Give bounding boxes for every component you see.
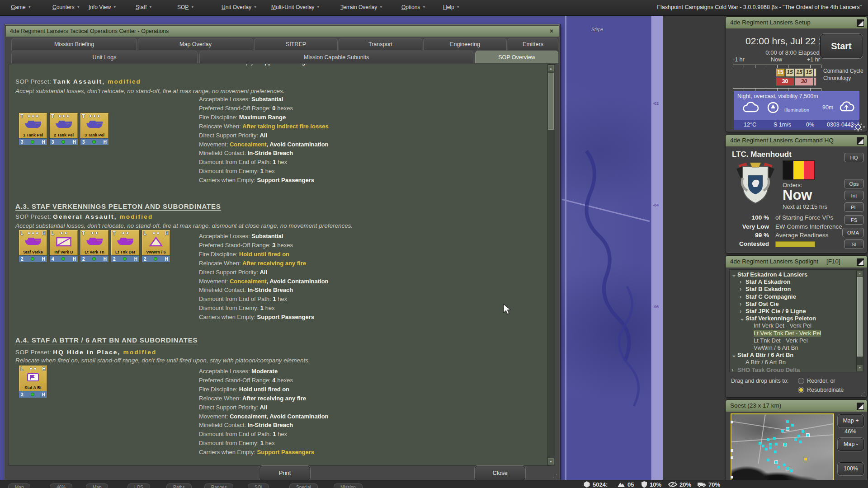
menu-game[interactable]: Game▼ [11,4,31,10]
hq-panel-title-bar[interactable]: 4de Regiment Lansiers Command HQ [726,135,867,146]
map-toolbar-mission[interactable]: Mission [334,483,363,488]
resize-grip[interactable]: ⋰ [553,474,558,479]
close-button[interactable]: Close [475,466,525,480]
reorder-radio[interactable] [798,378,804,384]
tab-transport[interactable]: Transport [339,38,422,50]
map-toolbar-los[interactable]: LOS [127,483,150,488]
tree-item-staf-eskadron-4-lansiers[interactable]: ⌄Staf Eskadron 4 Lansiers [731,271,855,278]
panel-collapse-icon[interactable] [857,19,864,27]
map-toolbar-map[interactable]: Map [8,483,30,488]
tree-scrollbar-thumb[interactable] [857,277,863,357]
mini-map[interactable] [731,413,834,488]
tree-item-lt-verk-tnk-det-verk-pel[interactable]: Lt Verk Tnk Det - Verk Pel [731,330,855,337]
menu-multi-unit-overlay[interactable]: Multi-Unit Overlay▼ [271,4,320,10]
hq-button-pl[interactable]: PL [844,202,864,212]
unit-counter-3-tank-pel[interactable]: T3 Tank Pel3H [80,113,109,145]
map-toolbar-ranges[interactable]: Ranges [204,483,233,488]
unit-counter-inf-verk-d[interactable]: LInf Verk D4H [49,230,78,262]
tree-item-vwwrn-6-art-bn[interactable]: VwWrn / 6 Art Bn [731,344,855,352]
tree-item-staf-jpk-cie-9-ligne[interactable]: ›Staf JPK Cie / 9 Ligne [731,308,855,315]
tab-emitters[interactable]: Emitters [508,38,558,50]
tree-item-staf-a-bttr-6-art-bn[interactable]: ⌄Staf A Bttr / 6 Art Bn [731,352,855,359]
hq-button-oma[interactable]: OMA [842,228,864,237]
unit-counter-lt-tnk-det[interactable]: TLt Tnk Det2H [111,230,140,262]
start-button[interactable]: Start [820,34,863,58]
tab-engineering[interactable]: Engineering [423,38,507,50]
chevron-right-icon[interactable]: › [740,308,745,315]
tree-item-shq-task-group-delta[interactable]: ›SHQ Task Group Delta [731,366,855,372]
menu-staff[interactable]: Staff▼ [136,4,152,10]
resize-grip[interactable]: ⋰ [861,391,865,396]
hq-button-int[interactable]: Int [844,191,864,200]
tab-unit-logs[interactable]: Unit Logs [11,51,198,63]
map-toolbar-soi[interactable]: SOI [248,483,269,488]
chevron-right-icon[interactable]: › [740,293,745,300]
chevron-right-icon[interactable]: › [740,278,745,286]
print-button[interactable]: Print [259,466,310,480]
menu-unit-overlay[interactable]: Unit Overlay▼ [222,4,257,10]
menu-sop[interactable]: SOP▼ [177,4,194,10]
unit-counter-staf-a-bt[interactable]: LHStaf A Bt3H [19,365,47,398]
chevron-down-icon: ▼ [191,5,194,9]
scroll-down-icon[interactable]: ▼ [857,365,863,371]
resubordinate-radio[interactable] [798,387,804,393]
scroll-down-icon[interactable]: ▼ [548,458,554,465]
map-toolbar-46-[interactable]: 46% [50,483,72,488]
unit-counter-2-tank-pel[interactable]: T2 Tank Pel3H [49,113,78,145]
tree-item-staf-c-compagnie[interactable]: ›Staf C Compagnie [731,293,855,300]
chevron-right-icon[interactable]: › [740,286,745,293]
dialog-scrollbar[interactable]: ▲ ▼ [547,64,555,465]
panel-collapse-icon[interactable] [857,137,864,145]
tab-mission-capable-subunits[interactable]: Mission Capable Subunits [199,51,473,63]
map-zoom-out-button[interactable]: Map - [838,438,864,451]
tank-icon [85,235,104,249]
spotlight-panel-title-bar[interactable]: 4de Regiment Lansiers Spotlight [F10] [726,256,867,267]
menu-help[interactable]: Help▼ [443,4,460,10]
tree-item-staf-a-eskadron[interactable]: ›Staf A Eskadron [731,278,855,286]
tab-sitrep[interactable]: SITREP [254,38,338,50]
soest-panel-title-bar[interactable]: Soest (23 x 17 km) [726,400,867,412]
map-toolbar-paths[interactable]: Paths [166,483,192,488]
tree-item-staf-ost-cie[interactable]: ›Staf Ost Cie [731,300,855,308]
scroll-up-icon[interactable]: ▲ [857,271,863,277]
unit-counter-vwwrn-6[interactable]: LHVwWrn / 62H [142,230,170,262]
tab-sop-overview[interactable]: SOP Overview [475,51,558,63]
chevron-down-icon[interactable]: ⌄ [740,315,745,322]
menu-terrain-overlay[interactable]: Terrain Overlay▼ [340,4,382,10]
sop-setting: Minefield Contact: In-Stride Breach [199,150,293,156]
chevron-down-icon[interactable]: ⌄ [731,352,737,359]
scrollbar-thumb[interactable] [548,73,554,130]
unit-counter-staf-verke[interactable]: LHStaf Verke2H [19,230,47,262]
tree-scrollbar[interactable]: ▲ ▼ [856,270,863,371]
tree-item-staf-b-eskadron[interactable]: ›Staf B Eskadron [731,286,855,293]
hq-button-hq[interactable]: HQ [844,153,864,162]
panel-collapse-icon[interactable] [857,258,864,266]
menu-counters[interactable]: Counters▼ [52,4,80,10]
hq-button-fs[interactable]: FS [844,215,864,225]
tree-item-inf-verk-det-verk-pel[interactable]: Inf Verk Det - Verk Pel [731,322,855,329]
chevron-down-icon[interactable]: ⌄ [731,271,737,278]
illumination-label: illumination [784,107,809,113]
close-icon[interactable]: ✕ [548,28,555,35]
setup-panel-title-bar[interactable]: 4de Regiment Lansiers Setup [726,17,867,28]
unit-counter-1-tank-pel[interactable]: T1 Tank Pel3H [19,113,47,145]
dialog-title-bar[interactable]: 4de Regiment Lansiers Tactical Operation… [6,26,559,37]
tree-item-lt-tnk-det-verk-pel[interactable]: Lt Tnk Det - Verk Pel [731,337,855,344]
tab-mission-briefing[interactable]: Mission Briefing [11,38,137,50]
scroll-up-icon[interactable]: ▲ [548,65,554,71]
tab-map-overlay[interactable]: Map Overlay [138,38,253,50]
chevron-right-icon[interactable]: › [731,366,737,372]
map-zoom-100-button[interactable]: 100% [838,462,864,475]
tree-item-staf-verkennings-peleton[interactable]: ⌄Staf Verkennings Peleton [731,315,855,322]
map-zoom-in-button[interactable]: Map + [838,414,864,427]
chevron-right-icon[interactable]: › [740,300,745,308]
tree-item-a-bttr-6-art-bn[interactable]: A Bttr / 6 Art Bn [731,359,855,366]
hq-button-ops[interactable]: Ops [844,179,864,188]
hq-button-si[interactable]: SI [844,239,864,249]
unit-counter-lt-verk-tn[interactable]: TLt Verk Tn2H [80,230,109,262]
menu-info-view[interactable]: Info View▼ [89,4,116,10]
map-toolbar-special[interactable]: Special [289,483,318,488]
panel-collapse-icon[interactable] [857,403,864,410]
menu-options[interactable]: Options▼ [401,4,425,10]
map-toolbar-map[interactable]: Map [86,483,108,488]
